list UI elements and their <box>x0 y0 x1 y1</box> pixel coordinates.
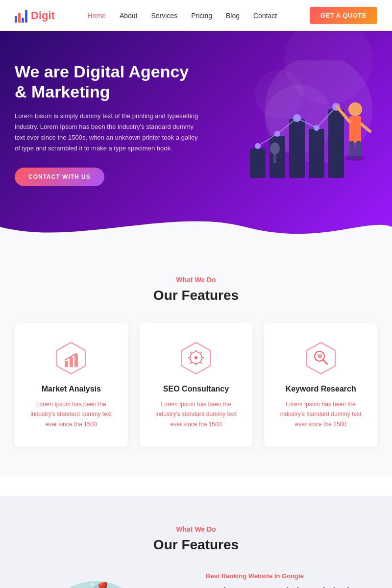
feature-card-market-analysis: Market Analysis Lorem Ipsum has been the… <box>15 323 128 447</box>
svg-rect-2 <box>250 148 266 178</box>
svg-point-20 <box>270 143 280 154</box>
svg-rect-15 <box>356 141 361 158</box>
seo-consultancy-desc: Lorem Ipsum has been the industry's stan… <box>151 399 241 429</box>
svg-rect-23 <box>70 357 73 367</box>
logo-text: Digit <box>31 9 55 22</box>
nav-item-home[interactable]: Home <box>88 11 106 20</box>
nav-links: Home About Services Pricing Blog Contact <box>88 11 277 20</box>
logo[interactable]: Digit <box>15 9 55 23</box>
nav-link-contact[interactable]: Contact <box>253 12 277 20</box>
svg-rect-5 <box>309 129 324 178</box>
keyword-research-icon: W <box>304 341 338 375</box>
features-section-2: What We Do Our Features @ ? $ $ 🚀 <box>0 496 392 588</box>
hero-illustration <box>220 60 377 188</box>
keyword-research-title: Keyword Research <box>276 385 366 393</box>
svg-rect-6 <box>328 109 344 178</box>
get-quote-button[interactable]: GET A QUOTE <box>310 7 377 24</box>
nav-link-blog[interactable]: Blog <box>226 12 240 20</box>
nav-item-services[interactable]: Services <box>151 11 177 20</box>
section-divider <box>0 476 392 496</box>
svg-line-39 <box>323 360 327 364</box>
market-analysis-desc: Lorem Ipsum has been the industry's stan… <box>26 399 116 429</box>
svg-rect-13 <box>349 116 361 143</box>
section-2-content: @ ? $ $ 🚀 $ $ <box>15 572 377 588</box>
svg-point-27 <box>195 356 197 359</box>
features-header-2: What We Do Our Features <box>15 525 377 553</box>
svg-line-34 <box>200 352 202 353</box>
navbar: Digit Home About Services Pricing Blog C… <box>0 0 392 31</box>
seo-consultancy-title: SEO Consultancy <box>151 385 241 393</box>
svg-rect-22 <box>65 361 68 367</box>
hero-section: We are Digital Agency & Marketing Lorem … <box>0 31 392 246</box>
monitor-wrap: @ ? $ $ 🚀 $ $ <box>15 576 186 588</box>
features-title-1: Our Features <box>15 288 377 303</box>
seo-text-content: Best Ranking Website In Google Welcome T… <box>206 572 377 588</box>
seo-consultancy-icon <box>179 341 213 375</box>
market-analysis-title: Market Analysis <box>26 385 116 393</box>
svg-rect-4 <box>289 119 305 178</box>
nav-link-pricing[interactable]: Pricing <box>191 12 212 20</box>
hero-content: We are Digital Agency & Marketing Lorem … <box>15 62 201 186</box>
logo-bar-3 <box>22 18 24 23</box>
hero-title: We are Digital Agency & Marketing <box>15 62 201 102</box>
svg-point-7 <box>255 143 261 149</box>
svg-point-12 <box>348 102 362 116</box>
seo-content-title: Welcome To Digit - Digital Marketing And… <box>206 585 377 588</box>
features-sub-label-1: What We Do <box>15 276 377 284</box>
svg-text:W: W <box>318 354 322 359</box>
seo-illustration: @ ? $ $ 🚀 $ $ <box>15 576 186 588</box>
svg-rect-24 <box>74 354 78 367</box>
svg-rect-14 <box>349 141 354 158</box>
keyword-research-desc: Lorem Ipsum has been the industry's stan… <box>276 399 366 429</box>
logo-bar-1 <box>15 16 17 23</box>
nav-item-pricing[interactable]: Pricing <box>191 11 212 20</box>
logo-icon <box>15 9 27 23</box>
nav-link-home[interactable]: Home <box>88 12 106 20</box>
seo-badge: Best Ranking Website In Google <box>206 572 377 580</box>
svg-line-35 <box>190 362 192 364</box>
svg-line-32 <box>190 352 192 353</box>
svg-point-8 <box>274 131 280 137</box>
rocket-icon: 🚀 <box>78 581 109 588</box>
features-grid-1: Market Analysis Lorem Ipsum has been the… <box>15 323 377 447</box>
svg-point-18 <box>345 156 365 161</box>
nav-link-about[interactable]: About <box>120 12 138 20</box>
svg-line-33 <box>200 362 202 364</box>
features-header-1: What We Do Our Features <box>15 276 377 303</box>
feature-card-seo-consultancy: SEO Consultancy Lorem Ipsum has been the… <box>140 323 253 447</box>
nav-item-contact[interactable]: Contact <box>253 11 277 20</box>
features-sub-label-2: What We Do <box>15 525 377 533</box>
monitor-svg-area: @ ? $ $ 🚀 $ $ <box>27 576 174 588</box>
features-section-1: What We Do Our Features Market Analysis … <box>0 246 392 476</box>
nav-link-services[interactable]: Services <box>151 12 177 20</box>
feature-card-keyword-research: W Keyword Research Lorem Ipsum has been … <box>264 323 377 447</box>
hero-chart-svg <box>220 60 377 188</box>
hero-description: Lorem Ipsum is simply dummy text of the … <box>15 111 201 154</box>
svg-point-10 <box>314 125 319 131</box>
svg-point-9 <box>293 114 301 122</box>
logo-bar-2 <box>18 13 21 23</box>
market-analysis-icon <box>54 341 88 375</box>
nav-item-about[interactable]: About <box>120 11 138 20</box>
svg-rect-3 <box>270 136 285 178</box>
features-title-2: Our Features <box>15 537 377 553</box>
contact-button[interactable]: CONTACT WITH US <box>15 168 104 186</box>
nav-item-blog[interactable]: Blog <box>226 11 240 20</box>
hero-wave <box>0 207 392 246</box>
logo-bar-4 <box>25 10 27 23</box>
